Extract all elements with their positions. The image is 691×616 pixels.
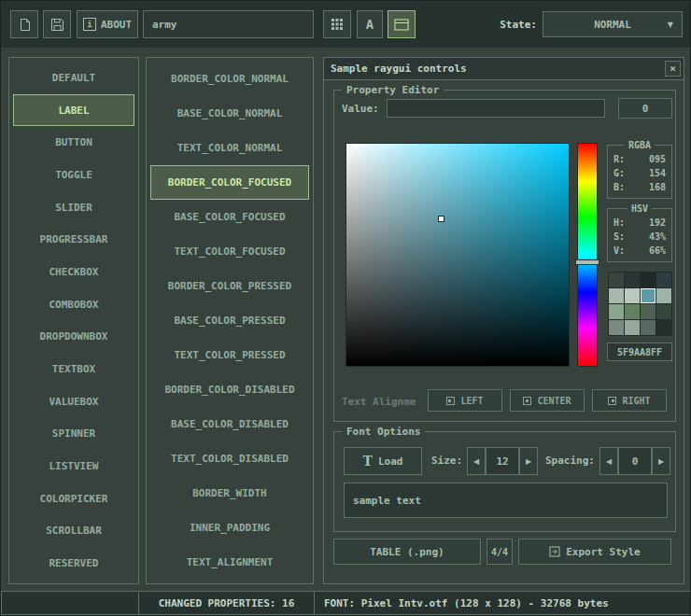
property-editor-group: Property Editor Value: 0 RGBA R: 095 G: …	[333, 90, 676, 422]
hsv-group: HSV H: 192 S: 43% V: 66%	[607, 208, 672, 262]
control-item-selected[interactable]: LABEL	[13, 94, 134, 127]
property-editor-label: Property Editor	[342, 83, 444, 97]
about-button-label: ABOUT	[101, 19, 132, 31]
color-cursor[interactable]	[438, 216, 444, 222]
color-panel[interactable]	[346, 143, 570, 367]
size-decrement-button[interactable]: ◀	[467, 447, 486, 475]
property-item[interactable]: TEXT_ALIGNMENT	[150, 545, 309, 580]
save-style-button[interactable]	[43, 10, 71, 38]
export-table-button[interactable]: TABLE (.png)	[333, 539, 481, 565]
property-item[interactable]: BORDER_COLOR_NORMAL	[150, 62, 309, 96]
palette-swatch[interactable]	[641, 288, 656, 303]
arrow-left-icon: ◀	[473, 457, 479, 466]
property-item[interactable]: TEXT_COLOR_PRESSED	[150, 338, 309, 372]
font-atlas-view-button[interactable]: A	[357, 10, 383, 38]
control-item[interactable]: COLORPICKER	[13, 483, 134, 515]
property-item[interactable]: TEXT_COLOR_NORMAL	[150, 131, 309, 165]
hue-bar[interactable]	[577, 143, 598, 367]
align-center-button[interactable]: CENTER	[510, 389, 585, 412]
font-T-icon: T	[363, 455, 373, 468]
control-item[interactable]: SCROLLBAR	[13, 515, 134, 548]
control-item[interactable]: DEFAULT	[13, 62, 134, 94]
font-load-button[interactable]: T Load	[344, 447, 422, 475]
font-spacing-label: Spacing:	[545, 455, 595, 467]
grid-icon	[331, 18, 344, 31]
palette-swatch[interactable]	[609, 273, 624, 287]
control-item[interactable]: SPINNER	[13, 418, 134, 451]
g-label: G:	[613, 166, 625, 180]
palette-swatch[interactable]	[609, 288, 624, 303]
align-right-button[interactable]: RIGHT	[592, 389, 667, 412]
sample-text-input[interactable]: sample text	[344, 483, 668, 518]
property-item[interactable]: BASE_COLOR_DISABLED	[150, 407, 309, 441]
palette-swatch[interactable]	[656, 304, 671, 319]
size-increment-button[interactable]: ▶	[519, 447, 538, 475]
font-spacing-value[interactable]: 0	[618, 447, 652, 475]
property-item[interactable]: TEXT_COLOR_FOCUSED	[150, 234, 309, 269]
controls-view-button[interactable]	[388, 10, 416, 38]
control-item[interactable]: TOGGLE	[13, 159, 134, 191]
load-style-button[interactable]	[10, 10, 38, 38]
align-left-button[interactable]: LEFT	[428, 389, 502, 412]
palette-swatch[interactable]	[641, 273, 656, 287]
property-item[interactable]: BORDER_COLOR_DISABLED	[150, 372, 309, 407]
hue-cursor[interactable]	[575, 259, 599, 265]
font-size-value[interactable]: 12	[486, 447, 519, 475]
font-options-group: Font Options T Load Size: ◀ 12 ▶ Spacing…	[333, 431, 676, 532]
properties-list: BORDER_COLOR_NORMAL BASE_COLOR_NORMAL TE…	[146, 57, 314, 584]
spacing-increment-button[interactable]: ▶	[652, 447, 670, 475]
palette-swatch[interactable]	[656, 273, 671, 287]
property-item[interactable]: INNER_PADDING	[150, 511, 309, 545]
close-button[interactable]: ×	[665, 61, 681, 77]
export-style-button[interactable]: Export Style	[518, 539, 671, 565]
spacing-decrement-button[interactable]: ◀	[599, 447, 618, 475]
arrow-right-icon: ▶	[658, 457, 664, 466]
control-item[interactable]: BUTTON	[13, 126, 134, 159]
save-icon	[50, 18, 64, 32]
close-icon: ×	[670, 63, 676, 75]
about-button[interactable]: i ABOUT	[77, 10, 138, 38]
control-item[interactable]: VALUEBOX	[13, 385, 134, 418]
control-item[interactable]: SLIDER	[13, 191, 134, 224]
font-options-label: Font Options	[342, 425, 425, 439]
control-item[interactable]: PROGRESSBAR	[13, 223, 134, 256]
palette-swatch[interactable]	[641, 320, 656, 335]
window-titlebar[interactable]: Sample raygui controls ×	[324, 58, 684, 80]
export-format-pager[interactable]: 4/4	[487, 539, 513, 565]
control-item[interactable]: RESERVED	[13, 547, 134, 580]
control-item[interactable]: DROPDOWNBOX	[13, 321, 134, 354]
palette-swatch[interactable]	[625, 273, 640, 287]
property-item[interactable]: BORDER_COLOR_PRESSED	[150, 269, 309, 303]
palette-swatch[interactable]	[625, 320, 640, 335]
file-icon	[18, 18, 32, 32]
palette-swatch[interactable]	[625, 288, 640, 303]
hsv-label: HSV	[628, 202, 652, 216]
property-item[interactable]: BASE_COLOR_FOCUSED	[150, 200, 309, 234]
hex-value-box[interactable]: 5F9AA8FF	[607, 343, 672, 361]
r-value: 095	[649, 152, 666, 166]
property-item[interactable]: TEXT_COLOR_DISABLED	[150, 441, 309, 476]
toolbar: i ABOUT A State: NORMAL ▼	[1, 1, 690, 48]
control-item[interactable]: CHECKBOX	[13, 256, 134, 288]
palette-swatch[interactable]	[656, 320, 671, 335]
palette-swatch[interactable]	[609, 320, 624, 335]
property-item[interactable]: BORDER_WIDTH	[150, 476, 309, 511]
control-item[interactable]: LISTVIEW	[13, 450, 134, 483]
export-style-label: Export Style	[566, 546, 640, 558]
statusbar: CHANGED PROPERTIES: 16 FONT: Pixel Intv.…	[1, 591, 691, 615]
style-table-view-button[interactable]	[323, 10, 351, 38]
control-item[interactable]: COMBOBOX	[13, 288, 134, 321]
letter-a-icon: A	[366, 17, 374, 32]
property-item[interactable]: BASE_COLOR_NORMAL	[150, 96, 309, 131]
value-input[interactable]	[387, 99, 605, 118]
palette-swatch[interactable]	[625, 304, 640, 319]
palette-swatch[interactable]	[609, 304, 624, 319]
value-button[interactable]: 0	[618, 98, 672, 119]
palette-swatch[interactable]	[656, 288, 671, 303]
palette-swatch[interactable]	[641, 304, 656, 319]
property-item-selected[interactable]: BORDER_COLOR_FOCUSED	[150, 165, 309, 200]
style-name-input[interactable]	[143, 10, 314, 38]
state-dropdown[interactable]: NORMAL ▼	[543, 11, 683, 37]
property-item[interactable]: BASE_COLOR_PRESSED	[150, 303, 309, 338]
control-item[interactable]: TEXTBOX	[13, 353, 134, 385]
